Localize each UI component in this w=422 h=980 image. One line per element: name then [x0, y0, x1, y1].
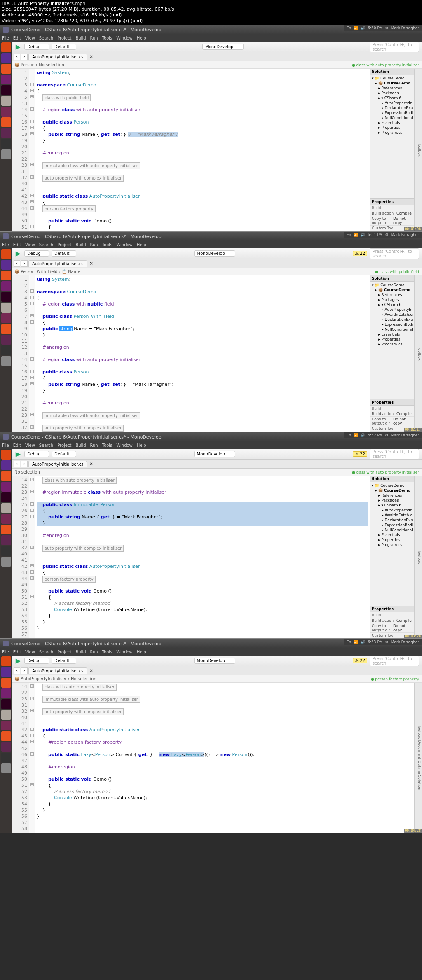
code-line[interactable] [37, 113, 368, 119]
code-line[interactable]: { [37, 295, 368, 301]
nav-forward[interactable]: › [21, 54, 28, 60]
toolbox-tab[interactable]: Toolbox [414, 275, 422, 432]
menu-item[interactable]: Build [75, 650, 86, 654]
code-editor[interactable]: 1422233132404142434445464748495051525354… [12, 683, 414, 833]
tree-node[interactable]: ▸ AutoPropertyInitialise [371, 508, 413, 513]
code-line[interactable]: auto property with complex initialiser [37, 175, 368, 181]
code-line[interactable]: { [37, 733, 413, 739]
launcher-app-icon[interactable] [1, 356, 11, 366]
fold-column[interactable]: −−+−−−−++−−+− [29, 69, 35, 231]
properties-header[interactable]: Properties [370, 199, 414, 205]
solution-tree[interactable]: ▾ 📁 CourseDemo▸ 📦 CourseDemo▸ References… [370, 75, 414, 198]
properties-header[interactable]: Properties [370, 399, 414, 406]
run-button[interactable]: ▶ [14, 657, 22, 665]
code-line[interactable]: #region class with auto property initial… [37, 107, 368, 113]
editor-tab[interactable]: AutoPropertyInitialiser.cs [28, 260, 87, 267]
fold-column[interactable]: +++−−−−− [29, 683, 35, 833]
launcher-app-icon[interactable] [1, 514, 11, 524]
code-line[interactable] [37, 100, 368, 107]
code-line[interactable]: #endregion [37, 532, 368, 539]
code-line[interactable]: { [37, 199, 368, 205]
menu-item[interactable]: Tools [102, 36, 113, 40]
menu-item[interactable]: Edit [13, 443, 21, 448]
nav-back[interactable]: ‹ [14, 260, 20, 267]
run-button[interactable]: ▶ [14, 43, 22, 51]
tree-node[interactable]: ▸ DeclarationExpressions. [371, 105, 413, 110]
tree-node[interactable]: ▸ 📦 CourseDemo [371, 287, 413, 292]
solution-header[interactable]: Solution [370, 69, 414, 75]
nav-back[interactable]: ‹ [14, 461, 20, 467]
unity-launcher[interactable] [0, 248, 12, 432]
config-select[interactable]: Debug [24, 44, 49, 50]
code-line[interactable]: #endregion [37, 764, 413, 770]
target-select[interactable]: MonoDevelop [202, 44, 244, 50]
launcher-monodevelop-icon[interactable] [1, 53, 11, 63]
code-line[interactable]: public class Person [37, 369, 368, 375]
close-tab-icon[interactable]: × [89, 261, 93, 266]
launcher-app-icon[interactable] [1, 557, 11, 567]
menu-item[interactable]: Help [137, 443, 146, 448]
menu-item[interactable]: Run [90, 650, 98, 654]
config-select[interactable]: Debug [24, 250, 49, 257]
platform-select[interactable]: Default [52, 44, 76, 50]
menu-item[interactable]: Tools [102, 650, 113, 654]
code-line[interactable]: immutable class with auto property initi… [37, 696, 413, 702]
menu-item[interactable]: Run [90, 443, 98, 448]
platform-select[interactable]: Default [52, 250, 76, 257]
launcher-app-icon[interactable] [1, 710, 11, 720]
fold-column[interactable]: −−−−−−−−−++ [29, 275, 35, 432]
tree-node[interactable]: ▸ References [371, 493, 413, 498]
code-line[interactable]: { [37, 320, 368, 326]
unity-launcher[interactable] [0, 449, 12, 638]
tree-node[interactable]: ▾ 📁 CourseDemo [371, 282, 413, 287]
launcher-app-icon[interactable] [1, 763, 11, 773]
launcher-app-icon[interactable] [1, 492, 11, 502]
menu-item[interactable]: Window [116, 243, 132, 247]
breadcrumb-member[interactable]: › No selection [68, 677, 96, 681]
menubar[interactable]: FileEditViewSearchProjectBuildRunToolsWi… [0, 441, 422, 449]
code-line[interactable]: #region class with public field [37, 301, 368, 307]
solution-header[interactable]: Solution [370, 275, 414, 282]
tree-node[interactable]: ▸ References [371, 86, 413, 91]
code-line[interactable] [37, 187, 368, 193]
launcher-dash-icon[interactable] [1, 656, 11, 666]
menu-item[interactable]: Help [137, 243, 146, 247]
tree-node[interactable]: ▸ ▾ CSharp 6 [371, 503, 413, 508]
tree-node[interactable]: ▸ NullConditionalOperato [371, 327, 413, 332]
code-line[interactable]: using System; [37, 276, 368, 282]
launcher-monodevelop-icon[interactable] [1, 460, 11, 470]
tree-node[interactable]: ▸ Packages [371, 498, 413, 503]
code-line[interactable] [37, 551, 368, 557]
code-line[interactable]: public class Person_With_Field [37, 313, 368, 320]
launcher-app-icon[interactable] [1, 335, 11, 345]
code-editor[interactable]: 1234567891011121314151617181920212223313… [12, 275, 370, 432]
tree-node[interactable]: ▸ ExpressionBodiedFuncti [371, 322, 413, 327]
tree-node[interactable]: ▸ ▾ CSharp 6 [371, 302, 413, 307]
tree-node[interactable]: ▸ AwaitInCatch.cs [371, 513, 413, 518]
code-line[interactable]: auto property with complex initialiser [37, 708, 413, 714]
close-tab-icon[interactable]: × [89, 462, 93, 466]
code-line[interactable] [37, 406, 368, 412]
launcher-app-icon[interactable] [1, 292, 11, 302]
code-line[interactable]: public static void Demo () [37, 776, 413, 782]
code-line[interactable]: class with public field [37, 94, 368, 100]
code-line[interactable]: Console.WriteLine (Current.Value.Name); [37, 607, 368, 613]
breadcrumb-class[interactable]: 📦 Person [14, 63, 35, 67]
code-line[interactable]: public static Lazy<Person> Current { get… [37, 751, 413, 758]
code-line[interactable] [37, 819, 413, 826]
menu-item[interactable]: Build [75, 243, 86, 247]
code-line[interactable] [37, 76, 368, 82]
tree-node[interactable]: ▸ ExpressionBodiedFuncti [371, 110, 413, 115]
code-line[interactable]: } [37, 813, 413, 819]
menu-item[interactable]: Project [57, 36, 71, 40]
code-line[interactable]: person factory property [37, 205, 368, 212]
platform-select[interactable]: Default [52, 451, 76, 457]
warning-badge[interactable]: ⚠ 22 [353, 251, 367, 256]
launcher-app-icon[interactable] [1, 128, 11, 138]
code-line[interactable] [37, 721, 413, 727]
launcher-app-icon[interactable] [1, 303, 11, 313]
run-button[interactable]: ▶ [14, 450, 22, 458]
code-line[interactable]: { [37, 508, 368, 514]
warning-badge[interactable]: ⚠ 22 [353, 451, 367, 457]
code-line[interactable]: { [37, 125, 368, 131]
